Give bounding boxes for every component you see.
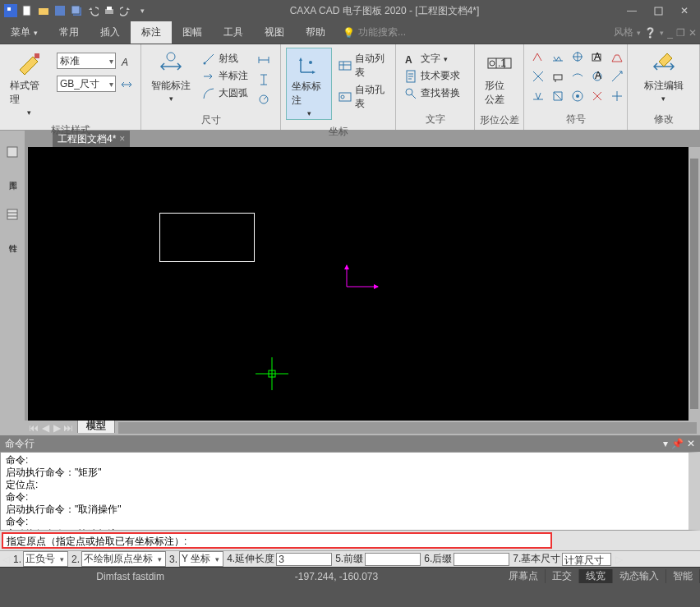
sym-10[interactable] (608, 67, 626, 85)
sym-6[interactable] (529, 67, 547, 85)
mdi-min-icon[interactable]: _ (667, 27, 673, 39)
opt-7-input[interactable]: 计算尺寸 (562, 553, 611, 566)
mdi-restore-icon[interactable]: ❐ (676, 27, 685, 39)
doc-icon (404, 70, 417, 83)
opt-2[interactable]: 2.不绘制原点坐标 (70, 551, 168, 567)
redo-icon[interactable] (118, 3, 133, 18)
opt-1[interactable]: 1.正负号 (12, 551, 70, 567)
opt-5: 5.前缀 (334, 551, 422, 567)
auto-table-button[interactable]: 自动列表 (335, 51, 390, 80)
dim-tool-1[interactable] (255, 51, 273, 69)
coord-dim-button[interactable]: 坐标标注▾ (286, 48, 332, 120)
sym-13[interactable] (569, 87, 587, 105)
horizontal-scrollbar[interactable] (118, 422, 697, 434)
sym-12[interactable] (549, 87, 567, 105)
close-button[interactable]: ✕ (672, 2, 697, 19)
status-dyninput[interactable]: 动态输入 (613, 569, 666, 583)
sym-3[interactable] (569, 48, 587, 66)
ribbon-group-symbols: A A 符号 (524, 44, 628, 130)
palette-btn-2[interactable] (5, 196, 20, 232)
dim-tool-3[interactable] (255, 90, 273, 108)
tab-first-icon[interactable]: ⏮ (28, 422, 39, 434)
status-ortho[interactable]: 正交 (546, 569, 579, 583)
style-dropdown-1[interactable]: 标准 (57, 53, 116, 69)
sym-7[interactable] (549, 67, 567, 85)
style-dropdown-2[interactable]: GB_尺寸 (57, 76, 116, 92)
opts-right-icon[interactable]: ▷ (613, 551, 624, 567)
dim-edit-button[interactable]: 标注编辑▾ (639, 48, 688, 104)
drawing-canvas[interactable] (28, 147, 688, 421)
dim-apply-icon[interactable] (117, 76, 136, 94)
status-lineweight[interactable]: 线宽 (579, 569, 613, 583)
command-input[interactable]: 指定原点（指定点或拾取已有坐标标注）: (2, 532, 552, 549)
svg-text:A: A (121, 57, 128, 68)
half-dim-button[interactable]: 半标注 (199, 68, 251, 84)
qat-dropdown-icon[interactable]: ▾ (135, 3, 150, 18)
ribbon-label-text: 文字 (396, 111, 474, 130)
sym-11[interactable] (529, 87, 547, 105)
undo-icon[interactable] (85, 3, 100, 18)
menu-charu[interactable]: 插入 (90, 21, 131, 44)
sym-8[interactable] (569, 67, 587, 85)
search-box[interactable]: 💡 功能搜索... (336, 21, 412, 44)
status-smart[interactable]: 智能 (666, 569, 700, 583)
menu-changyong[interactable]: 常用 (48, 21, 90, 44)
cmd-menu-icon[interactable]: ▾ (663, 438, 668, 449)
open-icon[interactable] (36, 3, 51, 18)
menu-shitu[interactable]: 视图 (254, 21, 295, 44)
svg-text:A: A (594, 51, 601, 62)
opt-6-input[interactable] (454, 553, 509, 566)
tech-req-button[interactable]: 技术要求 (401, 68, 463, 84)
geom-tol-button[interactable]: .1 形位公差 (480, 48, 518, 108)
sym-1[interactable] (529, 48, 547, 66)
minimize-button[interactable]: — (619, 2, 644, 19)
opt-3[interactable]: 3.Y 坐标 (168, 551, 225, 567)
sym-2[interactable] (549, 48, 567, 66)
svg-rect-6 (107, 7, 112, 10)
maximize-button[interactable] (646, 2, 670, 19)
status-screen-point[interactable]: 屏幕点 (502, 569, 546, 583)
cmd-close-icon[interactable]: ✕ (687, 438, 695, 449)
save-icon[interactable] (53, 3, 67, 18)
big-arc-button[interactable]: 大圆弧 (199, 85, 251, 101)
auto-hole-table-button[interactable]: 自动孔表 (335, 82, 390, 112)
tab-prev-icon[interactable]: ◀ (39, 422, 51, 434)
ray-dim-button[interactable]: 射线 (199, 51, 251, 67)
mdi-close-icon[interactable]: ✕ (688, 27, 697, 39)
app-icon[interactable] (3, 3, 18, 18)
dim-tool-2[interactable] (255, 71, 273, 89)
new-icon[interactable] (20, 3, 35, 18)
menu-bangzhu[interactable]: 帮助 (295, 21, 336, 44)
menu-tufu[interactable]: 图幅 (172, 21, 213, 44)
style-label[interactable]: 风格 (614, 25, 633, 39)
sym-4[interactable]: A (588, 48, 606, 66)
cmd-pin-icon[interactable]: 📌 (671, 438, 684, 449)
text-button[interactable]: A文字 ▾ (401, 51, 463, 67)
sym-15[interactable] (608, 87, 626, 105)
saveall-icon[interactable] (69, 3, 84, 18)
style-manage-button[interactable]: 样式管理▾ (5, 48, 53, 118)
svg-point-11 (204, 62, 206, 64)
svg-point-10 (167, 53, 175, 61)
opt-4-input[interactable]: 3 (276, 553, 332, 566)
style-apply-icon[interactable]: A (117, 53, 136, 71)
command-title-bar[interactable]: 命令行 ▾ 📌 ✕ (0, 435, 700, 452)
sym-9[interactable]: A (588, 67, 606, 85)
menu-biaozhu[interactable]: 标注 (131, 21, 172, 44)
svg-rect-7 (655, 7, 662, 15)
find-replace-button[interactable]: 查找替换 (401, 85, 463, 101)
sym-14[interactable] (588, 87, 606, 105)
menu-caidan[interactable]: 菜单 ▾ (0, 21, 48, 44)
print-icon[interactable] (102, 3, 117, 18)
sym-5[interactable] (608, 48, 626, 66)
menu-gongju[interactable]: 工具 (213, 21, 254, 44)
tab-last-icon[interactable]: ⏭ (62, 422, 74, 434)
vertical-scrollbar[interactable] (688, 147, 700, 421)
opt-5-input[interactable] (365, 553, 421, 566)
smart-dim-button[interactable]: 智能标注▾ (146, 48, 196, 104)
command-history[interactable]: 命令: 启动执行命令："矩形" 定位点: 命令: 启动执行命令："取消操作" 命… (0, 452, 700, 531)
tab-next-icon[interactable]: ▶ (51, 422, 62, 434)
opts-left-icon[interactable]: ◁ (0, 551, 12, 567)
svg-rect-4 (71, 6, 80, 14)
help-icon[interactable]: ❔ (644, 27, 656, 39)
